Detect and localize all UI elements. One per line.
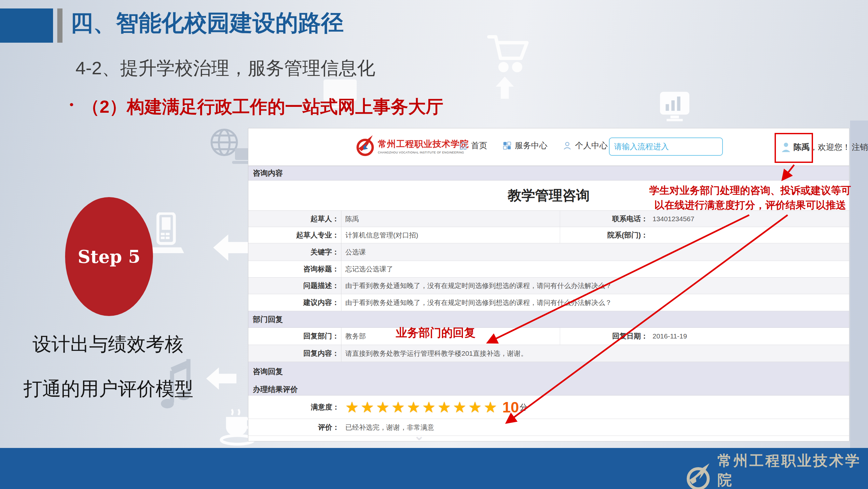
nav-item-service-center[interactable]: 服务中心 [502,140,548,151]
field-value: 请直接到教务处教学运行管理科教学楼201直接补选，谢谢。 [341,349,849,358]
field-value: 2016-11-19 [648,332,849,340]
step-badge-label: Step 5 [78,246,140,267]
rating-row: 满意度： ★★★★★★★★★★ 10 分 [248,396,849,419]
footer-logo-cn: 常州工程职业技术学院 [718,451,868,489]
field-value: 由于看到教务处通知晚了，没有在规定时间选修到想选的课程，请问有什么办法解决么？ [341,298,849,307]
field-value: 忘记选公选课了 [341,264,849,274]
arrow-left-icon [212,231,250,264]
table-row: 问题描述： 由于看到教务处通知晚了，没有在规定时间选修到想选的课程，请问有什么办… [248,278,849,294]
up-arrow-icon [495,77,515,99]
table-row: 咨询标题： 忘记选公选课了 [248,261,849,278]
user-greeting: ，欢迎您！ [810,142,850,152]
field-label: 回复部门： [248,328,341,345]
school-emblem-icon [683,461,713,489]
section-consult-content: 咨询内容 [248,166,849,180]
table-row: 关键字： 公选课 [248,243,849,261]
table-row: 回复内容： 请直接到教务处教学运行管理科教学楼201直接补选，谢谢。 [248,345,849,362]
bullet-dot-icon: • [70,98,73,111]
slide-footer: 常州工程职业技术学院 CHANGZHOU VOCATIONAL INSTITUT… [0,448,868,489]
field-label: 起草人专业： [248,227,341,243]
search-box [609,138,723,156]
annotation-reply-note: 业务部门的回复 [396,325,475,340]
field-value: 陈禹 [341,211,560,227]
section-result-eval-label: 办理结果评价 [253,384,849,395]
field-value: 计算机信息管理(对口招) [341,227,560,243]
field-label: 评价： [248,419,341,436]
field-label: 起草人： [248,211,341,227]
table-row: 评价： 已经补选完，谢谢，非常满意 [248,419,849,436]
webapp-logo-en: CHANGZHOU VOCATIONAL INSTITUTE OF ENGINE… [378,151,469,154]
field-label: 咨询标题： [248,261,341,277]
page-title: 四、智能化校园建设的路径 [70,8,344,38]
corner-accent-block [0,8,53,43]
field-label: 关键字： [248,243,341,261]
logout-link[interactable]: 注销 [852,142,868,152]
nav-item-label: 首页 [471,140,487,151]
table-row: 起草人专业： 计算机信息管理(对口招) 院系(部门)： [248,227,849,243]
table-row: 起草人： 陈禹 联系电话： 13401234567 [248,211,849,227]
arrow-left-icon [205,364,238,393]
section-consult-reply-label: 咨询回复 [253,367,849,377]
nav-item-home[interactable]: 首页 [458,140,487,151]
annotation-note: 学生对业务部门处理的咨询、投诉或建议等可 以在线进行满意度打分，评价结果可以推送 [646,183,854,212]
field-label: 回复日期： [560,331,648,341]
form-title: 教学管理咨询 [508,186,590,205]
nav-item-label: 服务中心 [515,140,548,151]
webapp-logo: 常州工程职业技术学院 CHANGZHOU VOCATIONAL INSTITUT… [356,134,469,158]
star-rating[interactable]: ★★★★★★★★★★ [345,400,499,415]
slide-subtitle: 4-2、提升学校治理，服务管理信息化 [75,56,375,81]
field-label: 满意度： [248,396,341,419]
search-input[interactable] [610,142,720,151]
corner-accent-bar [57,8,62,43]
highlight-box-user [775,133,813,163]
presentation-slide: 四、智能化校园建设的路径 4-2、提升学校治理，服务管理信息化 •（2）构建满足… [0,0,868,489]
field-value: 13401234567 [648,215,849,223]
cart-icon [485,30,534,79]
section-dept-reply: 部门回复 [248,311,849,328]
chevron-down-icon: ⌄ [414,428,425,443]
phone-icon [147,212,186,258]
webapp-screenshot: 常州工程职业技术学院 CHANGZHOU VOCATIONAL INSTITUT… [248,128,849,441]
slide-bullet: •（2）构建满足行政工作的一站式网上事务大厅 [70,95,443,119]
chart-monitor-icon [658,90,691,123]
webapp-header: 常州工程职业技术学院 CHANGZHOU VOCATIONAL INSTITUT… [248,128,849,166]
nav-item-label: 个人中心 [575,140,608,151]
field-label: 联系电话： [560,214,648,224]
field-value: 公选课 [341,248,849,257]
background-strip [850,120,868,448]
field-label: 院系(部门)： [560,230,648,240]
step-caption-line2: 打通的用户评价模型 [24,376,193,402]
rating-unit: 分 [520,402,528,412]
section-consult-reply: 咨询回复 办理结果评价 [248,362,849,396]
footer-logo: 常州工程职业技术学院 CHANGZHOU VOCATIONAL INSTITUT… [683,451,868,489]
field-value: 由于看到教务处通知晚了，没有在规定时间选修到想选的课程，请问有什么办法解决么？ [341,281,849,290]
rating-score: 10 [502,400,519,415]
school-emblem-icon [356,134,375,158]
home-icon [458,141,468,150]
step-badge: Step 5 [65,197,153,316]
table-row: 建议内容： 由于看到教务处通知晚了，没有在规定时间选修到想选的课程，请问有什么办… [248,294,849,311]
webapp-logo-cn: 常州工程职业技术学院 [378,138,469,150]
field-label: 回复内容： [248,345,341,362]
grid-icon [502,141,512,150]
annotation-note-line1: 学生对业务部门处理的咨询、投诉或建议等可 [646,183,854,198]
user-icon [562,141,572,150]
table-row: 回复部门： 教务部 回复日期： 2016-11-19 [248,328,849,345]
field-label: 问题描述： [248,278,341,294]
step-caption-line1: 设计出与绩效考核 [33,332,184,357]
webapp-nav: 首页 服务中心 个人中心 [458,140,608,151]
slide-bullet-text: （2）构建满足行政工作的一站式网上事务大厅 [82,97,443,116]
field-label: 建议内容： [248,294,341,311]
annotation-note-line2: 以在线进行满意度打分，评价结果可以推送 [646,198,854,212]
nav-item-personal-center[interactable]: 个人中心 [562,140,608,151]
